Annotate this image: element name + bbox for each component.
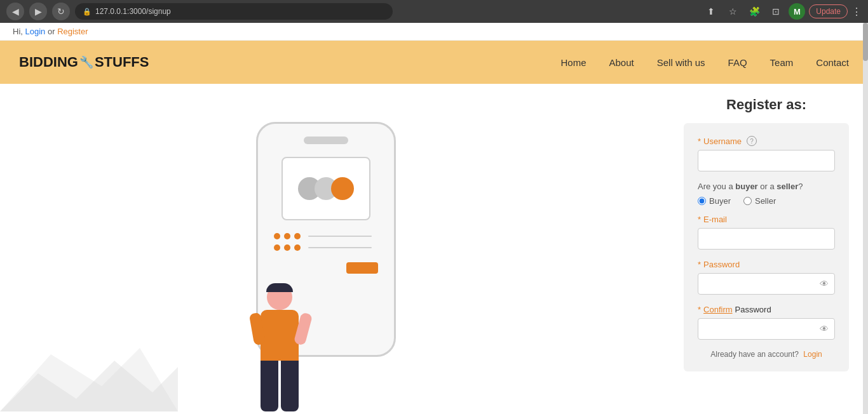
phone-dot [294, 233, 301, 239]
password-group: * Password 👁 [698, 260, 835, 295]
confirm-password-input[interactable] [698, 318, 835, 340]
phone-btn-area [346, 262, 378, 274]
nav-item-contact[interactable]: Contact [816, 57, 849, 68]
seller-radio[interactable] [743, 197, 752, 205]
confirm-password-group: * Confirm Password 👁 [698, 305, 835, 340]
mountain-decoration [0, 335, 178, 411]
logo-icon: 🔧 [79, 55, 93, 69]
update-button[interactable]: Update [809, 4, 848, 18]
or-text: or [48, 27, 57, 36]
buyer-seller-prefix: Are you a [698, 182, 735, 191]
star-button[interactable]: ☆ [724, 3, 742, 20]
form-area: Register as: * Username ? Are you a buye… [665, 84, 868, 411]
split-button[interactable]: ⊡ [767, 3, 785, 20]
scrollbar-track[interactable] [863, 23, 868, 411]
phone-line [308, 247, 372, 248]
lock-icon: 🔒 [83, 8, 92, 16]
buyer-seller-text: Are you a buyer or a seller? [698, 182, 835, 191]
phone-card [281, 157, 370, 220]
seller-bold-text: seller [776, 182, 798, 191]
username-input[interactable] [698, 150, 835, 171]
confirm-password-label: * Confirm Password [698, 305, 835, 314]
login-link[interactable]: Login [25, 27, 46, 36]
confirm-suffix: Password [735, 305, 771, 314]
radio-options: Buyer Seller [698, 196, 835, 206]
email-group: * E-mail [698, 215, 835, 250]
refresh-button[interactable]: ↻ [52, 3, 70, 20]
form-card: * Username ? Are you a buyer or a seller… [684, 123, 849, 371]
nav-item-home[interactable]: Home [561, 57, 587, 68]
username-label-text: Username [703, 137, 742, 146]
email-label-text: E-mail [703, 215, 727, 224]
nav-item-sell[interactable]: Sell with us [657, 57, 705, 68]
phone-dot [294, 244, 301, 251]
nav-item-about[interactable]: About [609, 57, 634, 68]
phone-line [308, 236, 372, 237]
help-icon[interactable]: ? [747, 136, 757, 146]
email-label: * E-mail [698, 215, 835, 224]
nav-item-faq[interactable]: FAQ [728, 57, 747, 68]
logo-text-suffix: STUFFS [95, 54, 149, 70]
share-button[interactable]: ⬆ [702, 3, 720, 20]
logo: BIDDING 🔧 STUFFS [19, 54, 149, 70]
char-legs [261, 361, 299, 411]
buyer-seller-mid: or a [758, 182, 777, 191]
coin-orange [331, 177, 354, 200]
puzzle-button[interactable]: 🧩 [745, 3, 763, 20]
profile-avatar[interactable]: M [789, 3, 805, 20]
top-bar: Hi, Login or Register [0, 23, 868, 41]
username-label: * Username ? [698, 136, 835, 146]
char-leg-left [261, 361, 278, 411]
url-text: 127.0.0.1:3000/signup [95, 7, 171, 16]
email-required: * [698, 215, 701, 224]
browser-actions: ⬆ ☆ 🧩 ⊡ M Update ⋮ [702, 3, 862, 20]
char-arm-right [294, 312, 313, 346]
buyer-option[interactable]: Buyer [698, 196, 731, 206]
confirm-eye-icon[interactable]: 👁 [820, 324, 829, 334]
confirm-prefix: Confirm [703, 305, 733, 314]
char-arm-left [249, 312, 266, 345]
forward-button[interactable]: ▶ [29, 3, 47, 20]
illustration-area [0, 84, 665, 411]
buyer-radio[interactable] [698, 197, 706, 205]
phone-dots-row-1 [268, 233, 372, 239]
more-options-icon[interactable]: ⋮ [851, 6, 862, 18]
already-account-text: Already have an account? Login [698, 350, 835, 359]
char-hair [266, 283, 293, 292]
confirm-required: * [698, 305, 701, 314]
phone-dot [284, 244, 290, 251]
char-leg-right [281, 361, 299, 411]
phone-notch [304, 137, 348, 144]
password-required: * [698, 260, 701, 269]
phone-dot [284, 233, 290, 239]
main-content: Register as: * Username ? Are you a buye… [0, 84, 868, 411]
seller-option[interactable]: Seller [743, 196, 776, 206]
scrollbar-thumb[interactable] [863, 23, 868, 61]
confirm-password-wrap: 👁 [698, 318, 835, 340]
greeting-text: Hi, [13, 27, 23, 36]
buyer-seller-suffix: ? [798, 182, 803, 191]
back-button[interactable]: ◀ [6, 3, 24, 20]
char-head [267, 284, 292, 310]
register-link[interactable]: Register [57, 27, 88, 36]
phone-dot [274, 233, 280, 239]
username-required: * [698, 137, 701, 146]
buyer-bold-text: buyer [735, 182, 757, 191]
navbar: BIDDING 🔧 STUFFS Home About Sell with us… [0, 41, 868, 84]
buyer-seller-group: Are you a buyer or a seller? Buyer Selle… [698, 182, 835, 206]
eye-icon[interactable]: 👁 [820, 279, 829, 289]
email-input[interactable] [698, 228, 835, 250]
nav-item-team[interactable]: Team [770, 57, 794, 68]
browser-chrome: ◀ ▶ ↻ 🔒 127.0.0.1:3000/signup ⬆ ☆ 🧩 ⊡ M … [0, 0, 868, 23]
login-link[interactable]: Login [803, 350, 822, 359]
character-figure [241, 284, 318, 411]
password-input[interactable] [698, 273, 835, 295]
buyer-label: Buyer [709, 196, 731, 206]
logo-text-main: BIDDING [19, 54, 78, 70]
password-wrap: 👁 [698, 273, 835, 295]
seller-label: Seller [755, 196, 776, 206]
already-text: Already have an account? [710, 350, 799, 359]
phone-dot [274, 244, 280, 251]
phone-dots-row-2 [268, 244, 372, 251]
address-bar[interactable]: 🔒 127.0.0.1:3000/signup [75, 3, 393, 20]
